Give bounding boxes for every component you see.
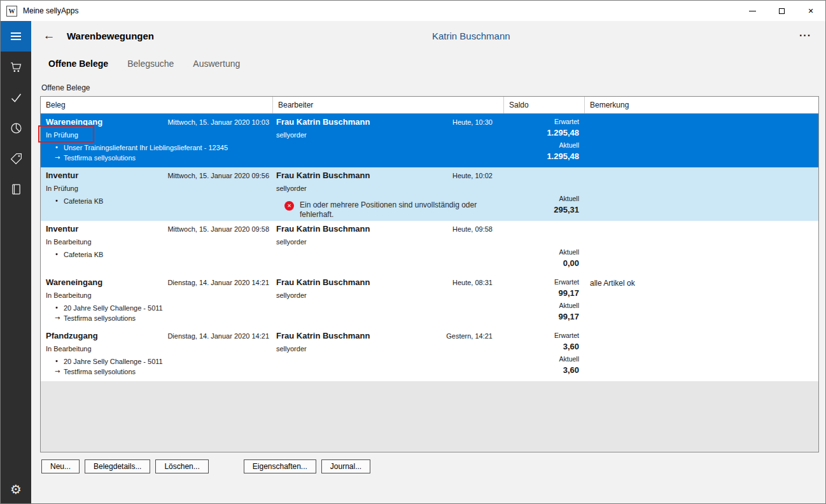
table-row[interactable]: Inventur Mittwoch, 15. Januar 2020 09:58… <box>41 221 818 274</box>
more-button[interactable]: ··· <box>794 27 816 44</box>
user-name[interactable]: Katrin Buschmann <box>432 31 510 41</box>
saldo-cell: Erwartet 3,60 Aktuell 3,60 <box>504 328 585 381</box>
beleg-target-item: →Testfirma sellysolutions <box>46 314 269 322</box>
saldo-actual-label: Aktuell <box>504 193 579 204</box>
action-bar: Neu... Belegdetails... Löschen... Eigens… <box>41 459 825 473</box>
table-header: Beleg Bearbeiter Saldo Bemerkung <box>41 97 818 114</box>
beleg-status: In Bearbeitung <box>46 345 269 353</box>
beleg-cell: Inventur Mittwoch, 15. Januar 2020 09:56… <box>41 167 273 221</box>
bullet-icon: • <box>55 358 64 365</box>
body-area: Offene Belege Beleg Bearbeiter Saldo Bem… <box>31 77 825 473</box>
beleg-date: Dienstag, 14. Januar 2020 14:21 <box>167 332 269 340</box>
sidebar-item-cart[interactable] <box>1 52 31 82</box>
arrow-icon: → <box>55 368 64 375</box>
beleg-detail-item: •Cafeteria KB <box>46 251 269 258</box>
bearbeiter-time: Heute, 08:31 <box>452 279 493 286</box>
tab-offene-belege[interactable]: Offene Belege <box>48 59 108 69</box>
sidebar-item-settings[interactable]: ⚙ <box>1 474 31 504</box>
bearbeiter-time: Gestern, 14:21 <box>446 332 493 340</box>
bearbeiter-name: Frau Katrin Buschmann <box>276 224 370 234</box>
table-row[interactable]: Pfandzugang Dienstag, 14. Januar 2020 14… <box>41 328 818 381</box>
saldo-cell: Erwartet 1.295,48 Aktuell 1.295,48 <box>504 114 585 167</box>
saldo-cell: Aktuell 0,00 <box>504 221 585 274</box>
book-icon <box>10 183 23 196</box>
beleg-status: In Bearbeitung <box>46 291 269 299</box>
saldo-cell: Erwartet 99,17 Aktuell 99,17 <box>504 274 585 328</box>
back-button[interactable]: ← <box>39 26 59 45</box>
menu-button[interactable] <box>1 21 31 52</box>
saldo-expected-value: 99,17 <box>504 288 579 300</box>
tab-belegsuche[interactable]: Belegsuche <box>127 59 174 69</box>
beleg-items: •Unser Trainingslieferant Ihr Lieblingsl… <box>46 144 269 162</box>
bearbeiter-name: Frau Katrin Buschmann <box>276 331 370 340</box>
beleg-detail-item: •Cafeteria KB <box>46 197 269 205</box>
saldo-actual-label: Aktuell <box>504 247 579 258</box>
sidebar-item-belege[interactable] <box>1 82 31 113</box>
bearbeiter-name: Frau Katrin Buschmann <box>276 171 370 180</box>
loeschen-button[interactable]: Löschen... <box>155 459 208 473</box>
table-row[interactable]: Inventur Mittwoch, 15. Januar 2020 09:56… <box>41 167 818 221</box>
bemerkung-cell <box>585 328 818 381</box>
journal-button[interactable]: Journal... <box>321 459 370 473</box>
beleg-target-item: →Testfirma sellysolutions <box>46 368 269 375</box>
app-header: ← Warenbewegungen Katrin Buschmann ··· <box>31 21 825 50</box>
saldo-actual-value: 99,17 <box>504 311 579 324</box>
saldo-expected-value: 1.295,48 <box>504 127 579 140</box>
beleg-items: •Cafeteria KB <box>46 197 269 205</box>
belegdetails-button[interactable]: Belegdetails... <box>85 459 150 473</box>
sidebar-item-journal[interactable] <box>1 174 31 204</box>
beleg-detail-item: •Unser Trainingslieferant Ihr Lieblingsl… <box>46 144 269 151</box>
bemerkung-cell: alle Artikel ok <box>585 274 818 328</box>
close-button[interactable]: ✕ <box>796 1 825 21</box>
beleg-cell: Wareneingang Mittwoch, 15. Januar 2020 1… <box>41 114 273 167</box>
bearbeiter-app: sellyorder <box>276 345 493 353</box>
table-body: Wareneingang Mittwoch, 15. Januar 2020 1… <box>41 114 818 381</box>
window-title: Meine sellyApps <box>23 6 78 15</box>
bemerkung-cell <box>585 167 818 221</box>
sidebar-item-statistics[interactable] <box>1 113 31 143</box>
minimize-button[interactable] <box>738 1 767 21</box>
neu-button[interactable]: Neu... <box>41 459 80 473</box>
app-window: W Meine sellyApps ✕ <box>0 0 826 504</box>
bullet-icon: • <box>55 197 64 205</box>
bearbeiter-time: Heute, 10:30 <box>452 118 493 126</box>
gear-icon: ⚙ <box>10 483 22 496</box>
bearbeiter-cell: Frau Katrin Buschmann Heute, 09:58 selly… <box>273 221 504 274</box>
bemerkung-cell <box>585 221 818 274</box>
sidebar-item-prices[interactable] <box>1 143 31 174</box>
content-area: ← Warenbewegungen Katrin Buschmann ··· O… <box>31 21 825 504</box>
column-header-saldo: Saldo <box>504 97 585 113</box>
bearbeiter-cell: Frau Katrin Buschmann Heute, 10:30 selly… <box>273 114 504 167</box>
belege-table: Beleg Bearbeiter Saldo Bemerkung Warenei… <box>40 96 819 452</box>
saldo-expected-label: Erwartet <box>504 330 579 341</box>
beleg-target-item: →Testfirma sellysolutions <box>46 154 269 162</box>
bearbeiter-time: Heute, 10:02 <box>452 172 493 179</box>
maximize-button[interactable] <box>767 1 796 21</box>
back-icon: ← <box>43 29 55 43</box>
beleg-items: •20 Jahre Selly Challenge - 5011→Testfir… <box>46 358 269 375</box>
eigenschaften-button[interactable]: Eigenschaften... <box>244 459 316 473</box>
error-message: ✕ Ein oder mehrere Positionen sind unvol… <box>284 200 493 219</box>
beleg-type: Wareneingang <box>46 117 102 127</box>
table-row[interactable]: Wareneingang Dienstag, 14. Januar 2020 1… <box>41 274 818 328</box>
bearbeiter-cell: Frau Katrin Buschmann Heute, 08:31 selly… <box>273 274 504 328</box>
minimize-icon <box>749 11 756 11</box>
bullet-icon: • <box>55 251 64 258</box>
bullet-icon: • <box>55 144 64 151</box>
beleg-type: Inventur <box>46 224 78 234</box>
beleg-date: Mittwoch, 15. Januar 2020 10:03 <box>167 118 269 126</box>
bearbeiter-time: Heute, 09:58 <box>452 225 493 233</box>
maximize-icon <box>779 8 785 14</box>
beleg-date: Dienstag, 14. Januar 2020 14:21 <box>167 279 269 286</box>
app-logo-letter: W <box>9 8 15 15</box>
beleg-date: Mittwoch, 15. Januar 2020 09:58 <box>167 225 269 233</box>
tab-auswertung[interactable]: Auswertung <box>193 59 240 69</box>
table-row[interactable]: Wareneingang Mittwoch, 15. Januar 2020 1… <box>41 114 818 167</box>
error-icon: ✕ <box>284 201 294 211</box>
window-controls: ✕ <box>738 1 825 21</box>
saldo-cell: Aktuell 295,31 <box>504 167 585 221</box>
beleg-detail-item: •20 Jahre Selly Challenge - 5011 <box>46 304 269 312</box>
saldo-actual-label: Aktuell <box>504 354 579 365</box>
beleg-type: Wareneingang <box>46 277 102 287</box>
beleg-type: Inventur <box>46 171 78 180</box>
